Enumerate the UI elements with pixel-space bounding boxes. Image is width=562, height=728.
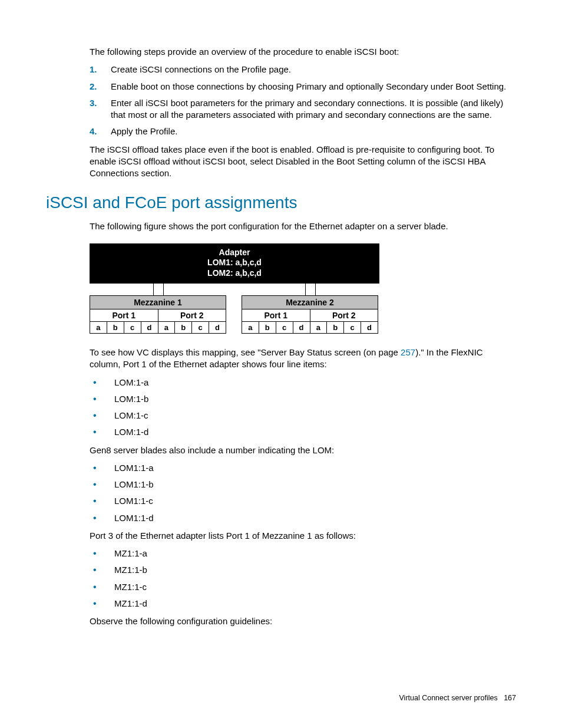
bullet-icon: •	[90, 462, 114, 474]
subport: b	[326, 322, 343, 333]
step-number: 3.	[90, 97, 111, 121]
list-item: LOM1:1-c	[114, 495, 516, 507]
intro-paragraph: The following steps provide an overview …	[46, 46, 516, 58]
port-header: Port 1	[242, 309, 310, 322]
list-item: LOM1:1-b	[114, 479, 516, 490]
step-number: 1.	[90, 64, 111, 75]
subport: d	[361, 322, 378, 333]
list-item: LOM1:1-d	[114, 512, 516, 524]
list-item: LOM1:1-a	[114, 462, 516, 474]
bullet-icon: •	[90, 479, 114, 490]
gen8-paragraph: Gen8 server blades also include a number…	[46, 444, 516, 456]
list-item: LOM:1-c	[114, 410, 516, 421]
mezzanine-1: Mezzanine 1 Port 1 a b c d Port 2	[90, 295, 226, 334]
bullet-icon: •	[90, 495, 114, 507]
adapter-title: Adapter	[90, 248, 379, 258]
page-footer: Virtual Connect server profiles 167	[399, 694, 517, 702]
offload-paragraph: The iSCSI offload takes place even if th…	[46, 144, 516, 180]
subport: d	[141, 322, 158, 333]
connector-stubs	[90, 284, 378, 295]
step-text: Apply the Profile.	[111, 126, 516, 137]
bullet-icon: •	[90, 426, 114, 438]
step-text: Enable boot on those connections by choo…	[111, 81, 516, 93]
text-fragment: To see how VC displays this mapping, see…	[90, 347, 401, 357]
mezz-header: Mezzanine 1	[90, 296, 226, 309]
observe-paragraph: Observe the following configuration guid…	[46, 615, 516, 627]
subport: a	[310, 322, 327, 333]
adapter-box: Adapter LOM1: a,b,c,d LOM2: a,b,c,d	[90, 243, 379, 284]
bullet-icon: •	[90, 564, 114, 576]
bullet-icon: •	[90, 598, 114, 610]
subport: c	[343, 322, 361, 333]
port3-paragraph: Port 3 of the Ethernet adapter lists Por…	[46, 530, 516, 542]
list-item: LOM:1-d	[114, 426, 516, 438]
adapter-lom2: LOM2: a,b,c,d	[90, 268, 379, 279]
mz-list: •MZ1:1-a •MZ1:1-b •MZ1:1-c •MZ1:1-d	[46, 548, 516, 610]
lom-list: •LOM:1-a •LOM:1-b •LOM:1-c •LOM:1-d	[46, 377, 516, 439]
mapping-paragraph: To see how VC displays this mapping, see…	[46, 347, 516, 371]
port-header: Port 1	[90, 309, 158, 322]
footer-section: Virtual Connect server profiles	[399, 694, 498, 702]
list-item: MZ1:1-d	[114, 598, 516, 610]
step-text: Create iSCSI connections on the Profile …	[111, 64, 516, 75]
bullet-icon: •	[90, 512, 114, 524]
port-header: Port 2	[158, 309, 226, 322]
section-heading: iSCSI and FCoE port assignments	[46, 193, 516, 212]
footer-page-number: 167	[504, 694, 516, 702]
mezz-header: Mezzanine 2	[242, 296, 378, 309]
page-reference-link[interactable]: 257	[401, 347, 415, 357]
subport: a	[158, 322, 175, 333]
adapter-lom1: LOM1: a,b,c,d	[90, 258, 379, 268]
subport: c	[124, 322, 141, 333]
step-text: Enter all iSCSI boot parameters for the …	[111, 97, 516, 121]
figure-intro: The following figure shows the port conf…	[46, 220, 516, 232]
lom1-list: •LOM1:1-a •LOM1:1-b •LOM1:1-c •LOM1:1-d	[46, 462, 516, 524]
subport: b	[174, 322, 191, 333]
step-number: 4.	[90, 126, 111, 137]
bullet-icon: •	[90, 393, 114, 405]
subport: d	[293, 322, 310, 333]
bullet-icon: •	[90, 548, 114, 559]
subport: a	[242, 322, 259, 333]
bullet-icon: •	[90, 377, 114, 388]
subport: c	[276, 322, 293, 333]
steps-list: 1.Create iSCSI connections on the Profil…	[46, 64, 516, 137]
bullet-icon: •	[90, 581, 114, 593]
port-header: Port 2	[310, 309, 378, 322]
list-item: MZ1:1-c	[114, 581, 516, 593]
port-diagram: Adapter LOM1: a,b,c,d LOM2: a,b,c,d Mezz…	[46, 243, 516, 334]
list-item: LOM:1-b	[114, 393, 516, 405]
subport: c	[191, 322, 209, 333]
bullet-icon: •	[90, 410, 114, 421]
list-item: LOM:1-a	[114, 377, 516, 388]
subport: d	[209, 322, 226, 333]
list-item: MZ1:1-a	[114, 548, 516, 559]
list-item: MZ1:1-b	[114, 564, 516, 576]
subport: a	[90, 322, 107, 333]
mezzanine-2: Mezzanine 2 Port 1 a b c d Port 2	[242, 295, 378, 334]
step-number: 2.	[90, 81, 111, 93]
subport: b	[107, 322, 124, 333]
subport: b	[259, 322, 276, 333]
